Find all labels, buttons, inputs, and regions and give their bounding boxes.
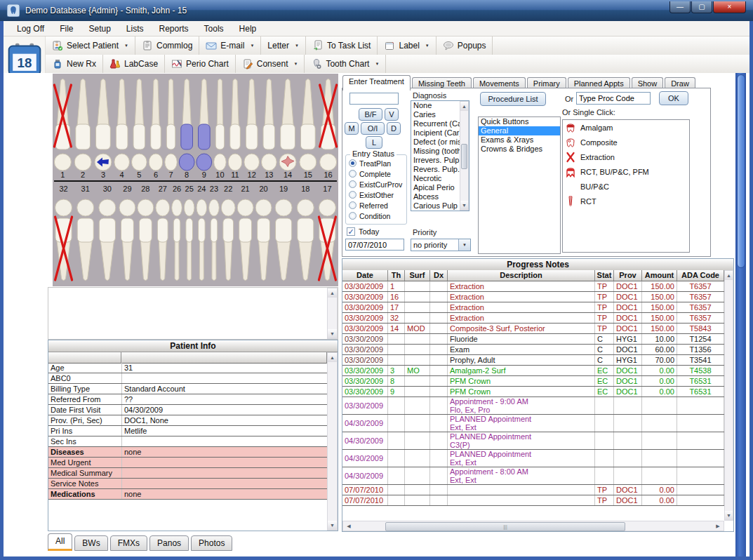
- diagnosis-item-none[interactable]: None: [411, 101, 462, 110]
- diagnosis-listbox[interactable]: ▲ ▼ NoneCariesRecurrent (Car)Incipient (…: [411, 100, 469, 211]
- tab-enter-treatment[interactable]: Enter Treatment: [342, 75, 411, 91]
- column-header-stat[interactable]: Stat: [595, 270, 614, 281]
- table-row[interactable]: 03/30/20098PFM CrownECDOC10.00T6531: [342, 376, 724, 387]
- surface-value-input[interactable]: [349, 93, 399, 105]
- table-row[interactable]: 04/30/2009PLANNED AppointmentExt, Ext: [342, 450, 724, 467]
- radio-treatplan[interactable]: TreatPlan: [349, 158, 406, 168]
- minimize-button[interactable]: —: [669, 1, 691, 13]
- quick-buttons-listbox[interactable]: Quick ButtonsGeneralExams & XraysCrowns …: [478, 116, 561, 254]
- diagnosis-item-incipient-car[interactable]: Incipient (Car): [411, 128, 462, 138]
- quick-button-exams-xrays[interactable]: Exams & Xrays: [479, 135, 560, 145]
- toolbar-button-select-patient[interactable]: Select Patient▼: [46, 36, 135, 55]
- scroll-up-icon[interactable]: ▲: [328, 288, 337, 298]
- surface-button-m[interactable]: M: [345, 122, 359, 135]
- diagnosis-item-caries[interactable]: Caries: [411, 110, 462, 119]
- surface-button-bf[interactable]: B/F: [359, 108, 382, 121]
- menu-setup[interactable]: Setup: [81, 22, 118, 36]
- table-row[interactable]: 04/30/2009Appointment - 8:00 AMExt, Ext: [342, 467, 724, 485]
- column-header-th[interactable]: Th: [388, 270, 405, 281]
- chevron-down-icon[interactable]: ▼: [458, 239, 470, 251]
- toolbar-button-perio-chart[interactable]: Perio Chart: [165, 55, 236, 73]
- table-row[interactable]: 03/30/2009FluorideCHYG110.00T1254: [342, 334, 724, 345]
- table-row[interactable]: 03/30/20091ExtractionTPDOC1150.00T6357: [342, 281, 724, 292]
- progress-notes-vscroll[interactable]: ▲ ▼: [724, 270, 733, 521]
- diagnosis-item-revers-pulp[interactable]: Revers. Pulp.: [411, 165, 462, 174]
- radio-existcurprov[interactable]: ExistCurProv: [349, 179, 406, 189]
- column-header-surf[interactable]: Surf: [405, 270, 430, 281]
- diagnosis-item-apical-perio[interactable]: Apical Perio: [411, 183, 462, 192]
- diagnosis-scrollbar[interactable]: ▲ ▼: [460, 101, 469, 211]
- menu-file[interactable]: File: [52, 22, 81, 36]
- table-row[interactable]: 07/07/2010TPDOC10.00: [342, 495, 724, 506]
- single-click-bu-p-c[interactable]: BU/P&C: [563, 179, 689, 194]
- chevron-down-icon[interactable]: ▼: [295, 44, 299, 48]
- scroll-down-icon[interactable]: ▼: [725, 511, 733, 520]
- patient-info-scrollbar[interactable]: ▲ ▼: [327, 352, 338, 531]
- column-header-ada-code[interactable]: ADA Code: [677, 270, 724, 281]
- single-click-rct[interactable]: RCT: [563, 194, 689, 208]
- table-row[interactable]: 04/30/2009PLANNED AppointmentExt, Ext: [342, 415, 724, 432]
- diagnosis-item-recurrent-car[interactable]: Recurrent (Car): [411, 119, 462, 128]
- toolbar-button-labcase[interactable]: LabCase: [103, 55, 165, 73]
- column-header-dx[interactable]: Dx: [430, 270, 448, 281]
- chevron-down-icon[interactable]: ▼: [250, 44, 254, 48]
- table-row[interactable]: 03/30/2009Appointment - 9:00 AMFlo, Ex, …: [342, 397, 724, 415]
- quick-button-general[interactable]: General: [479, 126, 560, 135]
- table-row[interactable]: 03/30/200914MODComposite-3 Surf, Posteri…: [342, 324, 724, 334]
- image-tab-all[interactable]: All: [48, 533, 72, 551]
- menu-lists[interactable]: Lists: [119, 22, 152, 36]
- diagnosis-item-abcess[interactable]: Abcess: [411, 192, 462, 201]
- single-click-composite[interactable]: Composite: [563, 135, 689, 149]
- chevron-down-icon[interactable]: ▼: [425, 44, 429, 48]
- toolbar-button-tooth-chart[interactable]: Tooth Chart▼: [305, 55, 386, 73]
- diagnosis-item-irrevers-pulp[interactable]: Irrevers. Pulp.: [411, 156, 462, 165]
- table-row[interactable]: 03/30/2009Prophy, AdultCHYG170.00T3541: [342, 355, 724, 366]
- surface-button-v[interactable]: V: [385, 108, 399, 121]
- main-vertical-scrollbar[interactable]: [735, 73, 746, 556]
- surface-button-l[interactable]: L: [366, 136, 382, 149]
- today-checkbox[interactable]: ✓ Today: [347, 227, 379, 236]
- image-tab-bws[interactable]: BWs: [74, 535, 107, 551]
- table-row[interactable]: 07/07/2010TPDOC10.00: [342, 485, 724, 495]
- image-tab-photos[interactable]: Photos: [191, 535, 232, 551]
- toolbar-button-commlog[interactable]: Commlog: [135, 36, 199, 55]
- menu-log-off[interactable]: Log Off: [9, 22, 52, 36]
- progress-notes-hscroll[interactable]: ◀ ||| ▶: [342, 521, 724, 531]
- single-click-amalgam[interactable]: Amalgam: [563, 120, 689, 135]
- radio-existother[interactable]: ExistOther: [349, 189, 406, 200]
- table-row[interactable]: 04/30/2009PLANNED AppointmentC3(P): [342, 432, 724, 450]
- procedure-list-button[interactable]: Procedure List: [480, 92, 546, 106]
- menu-help[interactable]: Help: [232, 22, 265, 36]
- scroll-up-icon[interactable]: ▲: [725, 271, 733, 280]
- column-header-description[interactable]: Description: [448, 270, 595, 281]
- procedure-date-field[interactable]: [345, 239, 404, 251]
- toolbar-button-popups[interactable]: Popups: [437, 36, 493, 55]
- column-header-amount[interactable]: Amount: [642, 270, 677, 281]
- quick-button-quick-buttons[interactable]: Quick Buttons: [479, 117, 560, 126]
- toolbar-button-letter[interactable]: Letter▼: [261, 36, 306, 55]
- radio-condition[interactable]: Condition: [349, 211, 406, 221]
- scroll-up-icon[interactable]: ▲: [460, 102, 468, 111]
- scroll-left-icon[interactable]: ◀: [344, 521, 354, 531]
- chevron-down-icon[interactable]: ▼: [375, 62, 379, 66]
- surface-button-d[interactable]: D: [387, 122, 401, 135]
- table-row[interactable]: 03/30/200932ExtractionTPDOC1150.00T6357: [342, 313, 724, 324]
- diagnosis-item-carious-pulp-e[interactable]: Carious Pulp E: [411, 201, 462, 211]
- scroll-down-icon[interactable]: ▼: [328, 521, 337, 530]
- table-row[interactable]: 03/30/200917ExtractionTPDOC1150.00T6357: [342, 302, 724, 313]
- toolbar-button-consent[interactable]: Consent▼: [236, 55, 305, 73]
- proc-code-input[interactable]: [576, 92, 651, 105]
- tooth-chart[interactable]: 1234567891011121314151632313029282726252…: [53, 74, 338, 286]
- toolbar-button-label[interactable]: Label▼: [378, 36, 436, 55]
- image-tab-panos[interactable]: Panos: [149, 535, 189, 551]
- chevron-down-icon[interactable]: ▼: [293, 62, 298, 66]
- surface-button-oi[interactable]: O/I: [361, 122, 385, 135]
- scroll-up-icon[interactable]: ▲: [328, 353, 337, 362]
- priority-dropdown[interactable]: no priority ▼: [411, 239, 471, 251]
- table-row[interactable]: 03/30/200916ExtractionTPDOC1150.00T6357: [342, 292, 724, 302]
- scroll-down-icon[interactable]: ▼: [328, 329, 337, 338]
- close-button[interactable]: ×: [713, 1, 746, 13]
- radio-complete[interactable]: Complete: [349, 168, 406, 179]
- single-click-extraction[interactable]: Extraction: [563, 149, 689, 164]
- scrollbar-thumb[interactable]: [737, 74, 745, 268]
